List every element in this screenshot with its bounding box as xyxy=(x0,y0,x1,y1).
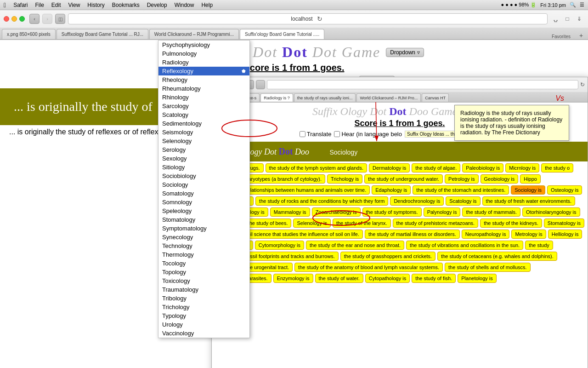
overlay-hear-item[interactable]: Hear (in language belo xyxy=(334,131,402,138)
list-icon[interactable]: ☰ xyxy=(580,2,584,8)
download-button[interactable]: ⇓ xyxy=(574,14,584,24)
search-icon[interactable]: 🔍 xyxy=(570,2,576,8)
dropdown-item-rheology[interactable]: Rheology xyxy=(158,75,249,84)
close-button[interactable] xyxy=(4,16,9,22)
dropdown-item-sitiology[interactable]: Sitiology xyxy=(158,163,249,172)
quiz-btn-59[interactable]: Planetology is xyxy=(458,274,497,283)
dropdown-item-radiology[interactable]: Radiology xyxy=(158,58,249,67)
fullscreen-button[interactable] xyxy=(19,16,25,22)
dropdown-item-somatology[interactable]: Somatology xyxy=(158,189,249,198)
quiz-btn-41[interactable]: Metrology is xyxy=(511,230,546,239)
dropdown-item-speleology[interactable]: Speleology xyxy=(158,207,249,215)
quiz-btn-56[interactable]: the study of water. xyxy=(315,274,363,283)
dropdown-item-sarcology[interactable]: Sarcology xyxy=(158,102,249,110)
quiz-btn-9[interactable]: the study of underground water. xyxy=(364,174,443,184)
overlay-tab-1[interactable]: Radiology is ? xyxy=(260,93,293,102)
dropdown-item-traumatology[interactable]: Traumatology xyxy=(158,285,249,294)
dropdown-item-rheumatology[interactable]: Rheumatology xyxy=(158,84,249,93)
quiz-btn-50[interactable]: the study of cetaceans (e.g. whales and … xyxy=(437,252,557,261)
quiz-btn-32[interactable]: the study of bees. xyxy=(244,218,292,228)
dropdown-item-serology[interactable]: Serology xyxy=(158,145,249,154)
tab-0[interactable]: x.png 850×600 pixels xyxy=(2,29,56,39)
quiz-btn-57[interactable]: Cytopathology is xyxy=(365,274,410,283)
quiz-btn-2[interactable]: Dermatology is xyxy=(369,163,410,172)
dropdown-item-reflexology[interactable]: Reflexology xyxy=(158,67,249,75)
overlay-translate-checkbox[interactable] xyxy=(300,131,305,137)
quiz-btn-11[interactable]: Geobiology is xyxy=(481,174,519,184)
quiz-btn-40[interactable]: Neuropathology is xyxy=(462,230,510,239)
dropdown-item-scatology[interactable]: Scatology xyxy=(158,110,249,119)
dropdown-item-sociology[interactable]: Sociology xyxy=(158,180,249,189)
dropdown-item-topology[interactable]: Topology xyxy=(158,268,249,276)
dropdown-item-seismology[interactable]: Seismology xyxy=(158,128,249,137)
dropdown-item-sedimentology[interactable]: Sedimentology xyxy=(158,119,249,128)
dropdown-item-selenology[interactable]: Selenology xyxy=(158,137,249,145)
url-bar[interactable]: localhost ↻ xyxy=(68,13,548,24)
dropdown-list[interactable]: Psychophysiology Pulmonology Radiology R… xyxy=(158,40,250,338)
tab-button[interactable]: □ xyxy=(562,14,572,24)
quiz-btn-22[interactable]: the study of fresh water environments. xyxy=(482,196,575,206)
develop-menu[interactable]: Develop xyxy=(147,2,167,8)
overlay-hear-checkbox[interactable] xyxy=(334,131,340,137)
quiz-btn-42[interactable]: Helliology is xyxy=(548,230,582,239)
dropdown-item-psychophysiology[interactable]: Psychophysiology xyxy=(158,40,249,49)
history-menu[interactable]: History xyxy=(87,2,104,8)
quiz-btn-49[interactable]: the study of grasshoppers and crickets. xyxy=(340,252,435,261)
dropdown-item-toxicology[interactable]: Toxicology xyxy=(158,276,249,285)
quiz-btn-12[interactable]: Hippo xyxy=(520,174,541,184)
minimize-button[interactable] xyxy=(11,16,17,22)
quiz-btn-27[interactable]: the study of symptoms. xyxy=(362,207,422,217)
quiz-btn-16[interactable]: Sociology is xyxy=(511,185,545,195)
dropdown-item-trichology[interactable]: Trichology xyxy=(158,303,249,311)
quiz-btn-44[interactable]: Cytomorphology is xyxy=(255,241,304,250)
quiz-btn-35[interactable]: the study of prehistoric metazoans. xyxy=(393,218,479,228)
reload-button[interactable]: ↻ xyxy=(315,14,325,24)
dropdown-item-tocology[interactable]: Tocology xyxy=(158,259,249,268)
quiz-btn-28[interactable]: Palynology is xyxy=(424,207,461,217)
quiz-btn-14[interactable]: Edaphology is xyxy=(372,185,411,195)
back-button[interactable]: ‹ xyxy=(29,14,40,24)
dropdown-control[interactable]: Dropdown ▿ xyxy=(386,48,424,57)
quiz-btn-37[interactable]: Stomatology is xyxy=(544,218,584,228)
dropdown-item-somnology[interactable]: Somnology xyxy=(158,198,249,207)
quiz-btn-46[interactable]: the study of vibrations and oscillations… xyxy=(406,241,523,250)
file-menu[interactable]: File xyxy=(35,2,44,8)
quiz-btn-36[interactable]: the study of the kidneys. xyxy=(480,218,542,228)
overlay-reload[interactable]: ↻ xyxy=(580,81,585,88)
overlay-tab-2[interactable]: the study of rays usually ioni... xyxy=(294,93,356,102)
dropdown-item-technology[interactable]: Technology xyxy=(158,242,249,250)
overlay-layout[interactable] xyxy=(256,80,265,89)
quiz-btn-47[interactable]: the study xyxy=(525,241,553,250)
quiz-btn-15[interactable]: the study of the stomach and intestines. xyxy=(413,185,509,195)
quiz-btn-34[interactable]: the study of the larynx. xyxy=(333,218,391,228)
quiz-btn-17[interactable]: Osteology is xyxy=(547,185,582,195)
apple-menu[interactable]:  xyxy=(4,1,6,9)
dropdown-item-stomatology[interactable]: Stomatology xyxy=(158,215,249,224)
overlay-url-bar[interactable] xyxy=(267,80,578,89)
quiz-btn-6[interactable]: the study o xyxy=(541,163,573,172)
quiz-btn-4[interactable]: Paleobiology is xyxy=(462,163,503,172)
dropdown-item-synecology[interactable]: Synecology xyxy=(158,233,249,242)
quiz-btn-39[interactable]: the study of martial illness or disorder… xyxy=(365,230,460,239)
tab-1[interactable]: Suffixology Board Game Tutorial ... RJ..… xyxy=(57,29,148,39)
quiz-btn-25[interactable]: Mammalogy is xyxy=(270,207,310,217)
dropdown-item-sociobiology[interactable]: Sociobiology xyxy=(158,172,249,180)
safari-menu[interactable]: Safari xyxy=(13,2,28,8)
layout-button[interactable]: ◫ xyxy=(55,14,65,24)
quiz-btn-52[interactable]: the study of the anatomy of blood and ly… xyxy=(294,263,443,272)
quiz-btn-10[interactable]: Petrology is xyxy=(445,174,478,184)
dropdown-item-vaccinology[interactable]: Vaccinology xyxy=(158,329,249,338)
dropdown-item-tribology[interactable]: Tribology xyxy=(158,294,249,303)
share-button[interactable]: ⍽ xyxy=(550,14,560,24)
quiz-btn-29[interactable]: the study of mammals. xyxy=(462,207,520,217)
dropdown-item-rhinology[interactable]: Rhinology xyxy=(158,93,249,102)
dropdown-item-typology[interactable]: Typology xyxy=(158,311,249,320)
tab-2[interactable]: World Clickaround – RJM Programmi... xyxy=(149,29,239,39)
quiz-btn-19[interactable]: the study of rocks and the conditions by… xyxy=(255,196,388,206)
window-menu[interactable]: Window xyxy=(175,2,194,8)
quiz-btn-20[interactable]: Dendrochronology is xyxy=(390,196,444,206)
help-menu[interactable]: Help xyxy=(201,2,213,8)
forward-button[interactable]: › xyxy=(42,14,52,24)
quiz-btn-3[interactable]: the study of algae. xyxy=(412,163,460,172)
quiz-btn-5[interactable]: Micrnlogy is xyxy=(505,163,539,172)
